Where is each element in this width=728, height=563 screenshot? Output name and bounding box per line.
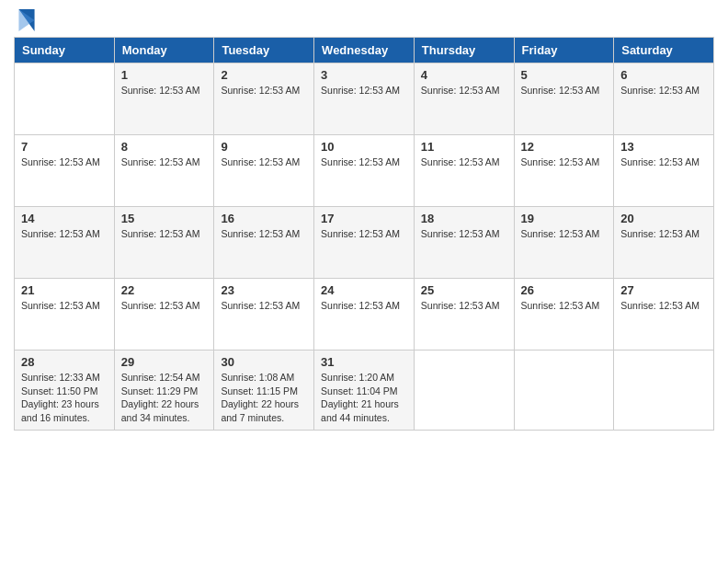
weekday-header-saturday: Saturday xyxy=(614,38,714,63)
calendar-cell: 31Sunrise: 1:20 AM Sunset: 11:04 PM Dayl… xyxy=(314,350,415,431)
cell-day-number: 23 xyxy=(221,283,307,297)
cell-day-number: 22 xyxy=(121,283,208,297)
weekday-header-tuesday: Tuesday xyxy=(214,38,314,63)
cell-info: Sunrise: 12:53 AM xyxy=(321,155,407,169)
cell-day-number: 8 xyxy=(121,140,208,154)
cell-day-number: 17 xyxy=(321,212,407,225)
cell-info: Sunrise: 12:53 AM xyxy=(21,155,108,169)
calendar-cell: 14Sunrise: 12:53 AM xyxy=(15,207,115,279)
cell-day-number: 26 xyxy=(521,283,608,297)
cell-info: Sunrise: 1:08 AM Sunset: 11:15 PM Daylig… xyxy=(221,371,307,425)
cell-day-number: 7 xyxy=(21,140,108,154)
calendar-cell: 16Sunrise: 12:53 AM xyxy=(214,207,314,279)
calendar-cell: 12Sunrise: 12:53 AM xyxy=(514,135,614,207)
cell-info: Sunrise: 12:53 AM xyxy=(521,84,608,98)
cell-info: Sunrise: 12:53 AM xyxy=(321,299,407,313)
calendar-table: SundayMondayTuesdayWednesdayThursdayFrid… xyxy=(14,37,714,431)
cell-day-number: 16 xyxy=(221,212,307,225)
cell-info: Sunrise: 12:53 AM xyxy=(321,84,407,98)
page-header xyxy=(14,9,714,31)
cell-day-number: 2 xyxy=(221,68,307,82)
cell-info: Sunrise: 12:53 AM xyxy=(421,155,507,169)
calendar-cell: 8Sunrise: 12:53 AM xyxy=(114,135,214,207)
calendar-cell: 30Sunrise: 1:08 AM Sunset: 11:15 PM Dayl… xyxy=(214,350,314,431)
cell-day-number: 28 xyxy=(21,355,108,369)
cell-day-number: 10 xyxy=(321,140,407,154)
logo-icon xyxy=(17,9,36,31)
weekday-header-row: SundayMondayTuesdayWednesdayThursdayFrid… xyxy=(15,38,714,63)
cell-info: Sunrise: 12:53 AM xyxy=(21,227,108,241)
cell-info: Sunrise: 12:53 AM xyxy=(421,227,507,241)
logo xyxy=(14,9,36,31)
cell-day-number: 9 xyxy=(221,140,307,154)
calendar-cell: 6Sunrise: 12:53 AM xyxy=(614,63,714,135)
calendar-cell: 26Sunrise: 12:53 AM xyxy=(514,279,614,350)
cell-day-number: 6 xyxy=(620,68,707,82)
calendar-cell: 10Sunrise: 12:53 AM xyxy=(314,135,415,207)
cell-day-number: 18 xyxy=(421,212,507,225)
calendar-cell: 13Sunrise: 12:53 AM xyxy=(614,135,714,207)
cell-day-number: 15 xyxy=(121,212,208,225)
cell-day-number: 14 xyxy=(21,212,108,225)
calendar-cell: 19Sunrise: 12:53 AM xyxy=(514,207,614,279)
cell-day-number: 4 xyxy=(421,68,507,82)
cell-day-number: 25 xyxy=(421,283,507,297)
calendar-week-5: 28Sunrise: 12:33 AM Sunset: 11:50 PM Day… xyxy=(15,350,714,431)
cell-info: Sunrise: 12:53 AM xyxy=(421,299,507,313)
cell-info: Sunrise: 12:53 AM xyxy=(321,227,407,241)
weekday-header-monday: Monday xyxy=(114,38,214,63)
cell-day-number: 27 xyxy=(620,283,707,297)
calendar-cell: 28Sunrise: 12:33 AM Sunset: 11:50 PM Day… xyxy=(15,350,115,431)
calendar-cell xyxy=(614,350,714,431)
cell-info: Sunrise: 12:54 AM Sunset: 11:29 PM Dayli… xyxy=(121,371,208,425)
cell-day-number: 29 xyxy=(121,355,208,369)
calendar-cell: 15Sunrise: 12:53 AM xyxy=(114,207,214,279)
cell-day-number: 21 xyxy=(21,283,108,297)
cell-info: Sunrise: 12:53 AM xyxy=(121,84,208,98)
calendar-week-2: 7Sunrise: 12:53 AM8Sunrise: 12:53 AM9Sun… xyxy=(15,135,714,207)
calendar-week-3: 14Sunrise: 12:53 AM15Sunrise: 12:53 AM16… xyxy=(15,207,714,279)
weekday-header-friday: Friday xyxy=(514,38,614,63)
cell-info: Sunrise: 12:53 AM xyxy=(221,155,307,169)
cell-info: Sunrise: 12:53 AM xyxy=(620,155,707,169)
cell-day-number: 11 xyxy=(421,140,507,154)
calendar-cell: 21Sunrise: 12:53 AM xyxy=(15,279,115,350)
calendar-cell xyxy=(514,350,614,431)
calendar-cell: 4Sunrise: 12:53 AM xyxy=(414,63,514,135)
cell-info: Sunrise: 12:53 AM xyxy=(521,155,608,169)
cell-info: Sunrise: 12:53 AM xyxy=(21,299,108,313)
cell-day-number: 24 xyxy=(321,283,407,297)
calendar-cell: 17Sunrise: 12:53 AM xyxy=(314,207,415,279)
cell-day-number: 1 xyxy=(121,68,208,82)
cell-info: Sunrise: 12:53 AM xyxy=(620,299,707,313)
cell-day-number: 5 xyxy=(521,68,608,82)
cell-info: Sunrise: 12:53 AM xyxy=(421,84,507,98)
calendar-cell: 27Sunrise: 12:53 AM xyxy=(614,279,714,350)
cell-info: Sunrise: 12:33 AM Sunset: 11:50 PM Dayli… xyxy=(21,371,108,425)
calendar-week-1: 1Sunrise: 12:53 AM2Sunrise: 12:53 AM3Sun… xyxy=(15,63,714,135)
calendar-cell: 7Sunrise: 12:53 AM xyxy=(15,135,115,207)
cell-info: Sunrise: 12:53 AM xyxy=(221,84,307,98)
cell-info: Sunrise: 12:53 AM xyxy=(121,299,208,313)
calendar-cell: 3Sunrise: 12:53 AM xyxy=(314,63,415,135)
calendar-cell: 23Sunrise: 12:53 AM xyxy=(214,279,314,350)
calendar-cell: 22Sunrise: 12:53 AM xyxy=(114,279,214,350)
cell-info: Sunrise: 12:53 AM xyxy=(121,155,208,169)
weekday-header-wednesday: Wednesday xyxy=(314,38,415,63)
calendar-cell: 1Sunrise: 12:53 AM xyxy=(114,63,214,135)
cell-info: Sunrise: 12:53 AM xyxy=(620,227,707,241)
cell-info: Sunrise: 12:53 AM xyxy=(221,299,307,313)
cell-info: Sunrise: 12:53 AM xyxy=(521,227,608,241)
cell-day-number: 3 xyxy=(321,68,407,82)
cell-day-number: 30 xyxy=(221,355,307,369)
cell-day-number: 31 xyxy=(321,355,407,369)
cell-info: Sunrise: 12:53 AM xyxy=(121,227,208,241)
weekday-header-sunday: Sunday xyxy=(15,38,115,63)
calendar-cell: 18Sunrise: 12:53 AM xyxy=(414,207,514,279)
calendar-cell: 5Sunrise: 12:53 AM xyxy=(514,63,614,135)
calendar-week-4: 21Sunrise: 12:53 AM22Sunrise: 12:53 AM23… xyxy=(15,279,714,350)
calendar-cell xyxy=(15,63,115,135)
cell-day-number: 19 xyxy=(521,212,608,225)
cell-info: Sunrise: 12:53 AM xyxy=(221,227,307,241)
cell-info: Sunrise: 12:53 AM xyxy=(521,299,608,313)
